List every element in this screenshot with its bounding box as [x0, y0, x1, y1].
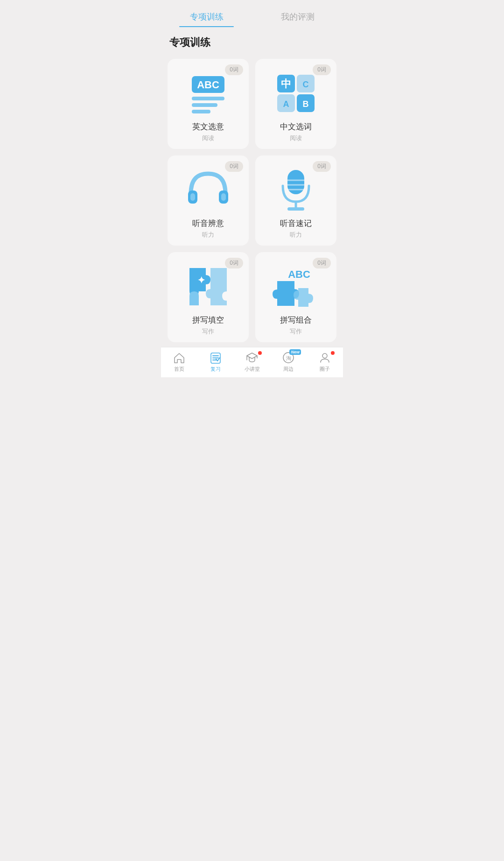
nav-item-review[interactable]: 复习: [197, 351, 234, 373]
card-subtitle-listen-fast: 听力: [290, 231, 302, 239]
page-title: 专项训练: [161, 27, 343, 54]
nav-item-home[interactable]: 首页: [161, 351, 197, 373]
card-title-english: 英文选意: [192, 121, 224, 132]
card-badge-english: 0词: [225, 64, 243, 75]
nav-item-community[interactable]: 圈子: [307, 351, 343, 373]
svg-text:C: C: [303, 80, 309, 89]
svg-rect-4: [192, 110, 210, 113]
svg-text:ABC: ABC: [288, 268, 310, 280]
card-subtitle-listen-meaning: 听力: [202, 231, 214, 239]
nav-label-lecture: 小讲堂: [245, 366, 260, 373]
card-badge-chinese: 0词: [313, 64, 331, 75]
nav-label-home: 首页: [174, 366, 184, 373]
svg-rect-14: [190, 193, 195, 201]
card-subtitle-chinese: 阅读: [290, 134, 302, 142]
card-chinese-select[interactable]: 0词 中 C A B 中文选词 阅读: [255, 59, 336, 149]
card-listen-fast[interactable]: 0词 听音速记 听力: [255, 155, 336, 246]
microphone-icon: [273, 167, 319, 213]
headphones-icon: [185, 167, 231, 213]
svg-rect-17: [287, 170, 304, 194]
svg-text:中: 中: [281, 78, 291, 90]
card-badge-listen-meaning: 0词: [225, 161, 243, 172]
svg-text:✦: ✦: [197, 275, 205, 285]
puzzle-plain-icon: ✦: [185, 263, 231, 310]
card-subtitle-english: 阅读: [202, 134, 214, 142]
abc-lines-icon: ABC: [185, 70, 231, 117]
top-tab-bar: 专项训练 我的评测: [161, 0, 343, 27]
bottom-nav: 首页 复习 小讲堂 New: [161, 347, 343, 377]
puzzle-abc-icon: ABC: [273, 263, 319, 310]
card-listen-meaning[interactable]: 0词 听音辨意 听力: [168, 155, 249, 246]
nav-item-lecture[interactable]: 小讲堂: [234, 351, 270, 373]
home-icon: [173, 351, 186, 364]
card-title-spell-combo: 拼写组合: [280, 315, 312, 325]
community-badge: [331, 351, 335, 355]
card-spell-fill[interactable]: 0词 ✦ 拼写填空 写作: [168, 252, 249, 342]
svg-rect-2: [192, 97, 224, 100]
tab-my-evaluation[interactable]: 我的评测: [252, 6, 343, 27]
community-icon: [318, 351, 331, 364]
card-subtitle-spell-combo: 写作: [290, 327, 302, 336]
svg-point-31: [322, 353, 327, 358]
card-title-spell-fill: 拼写填空: [192, 315, 224, 325]
cards-grid: 0词 ABC 英文选意 阅读 0词 中 C A B: [161, 54, 343, 347]
card-subtitle-spell-fill: 写作: [202, 327, 214, 336]
card-badge-spell-fill: 0词: [225, 258, 243, 268]
svg-rect-16: [221, 193, 226, 201]
card-title-listen-meaning: 听音辨意: [192, 218, 224, 229]
card-badge-listen-fast: 0词: [313, 161, 331, 172]
svg-rect-22: [287, 207, 304, 211]
svg-text:B: B: [303, 99, 309, 109]
nav-item-nearby[interactable]: New 淘 周边: [270, 351, 307, 373]
nav-label-community: 圈子: [320, 366, 330, 373]
card-english-select[interactable]: 0词 ABC 英文选意 阅读: [168, 59, 249, 149]
card-title-listen-fast: 听音速记: [280, 218, 312, 229]
card-spell-combo[interactable]: 0词 ABC 拼写组合 写作: [255, 252, 336, 342]
review-icon: [209, 351, 222, 364]
card-badge-spell-combo: 0词: [313, 258, 331, 268]
svg-text:淘: 淘: [286, 355, 291, 361]
nav-label-review: 复习: [210, 366, 221, 373]
lecture-icon: [245, 351, 259, 364]
svg-text:A: A: [283, 99, 289, 109]
nav-label-nearby: 周边: [283, 366, 294, 373]
lecture-badge: [258, 351, 262, 355]
svg-rect-3: [192, 103, 217, 107]
svg-text:ABC: ABC: [197, 79, 219, 91]
card-title-chinese: 中文选词: [280, 121, 312, 132]
tab-special-training[interactable]: 专项训练: [161, 6, 252, 27]
nearby-new-badge: New: [289, 349, 301, 355]
chinese-grid-icon: 中 C A B: [273, 70, 319, 117]
